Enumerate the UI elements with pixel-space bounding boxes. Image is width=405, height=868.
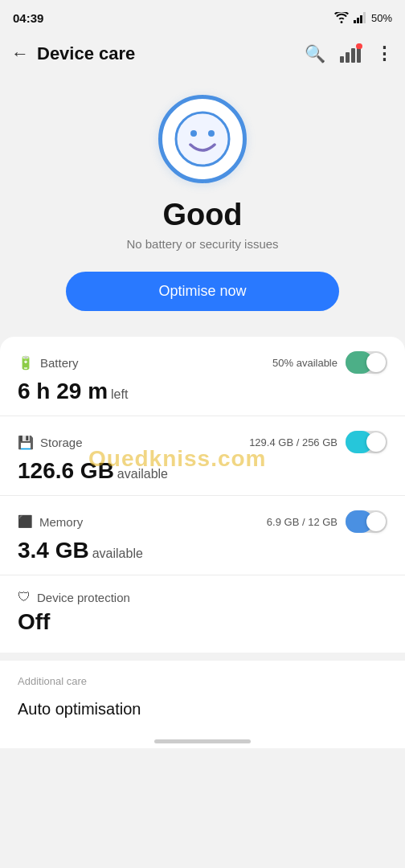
svg-rect-0 (354, 20, 356, 23)
battery-text: 50% (371, 12, 392, 24)
device-protection-card[interactable]: 🛡 Device protection Off (0, 575, 405, 646)
hero-subtitle-text: No battery or security issues (126, 237, 278, 251)
top-bar-actions: 🔍 ⋮ (305, 43, 394, 64)
battery-available-text: 50% available (272, 357, 338, 369)
battery-label: Battery (40, 356, 79, 370)
svg-rect-1 (357, 18, 359, 23)
svg-point-6 (208, 130, 215, 137)
stats-button[interactable] (340, 45, 361, 63)
status-bar: 04:39 50% (0, 0, 405, 32)
battery-value: 6 h 29 m (18, 379, 108, 404)
back-button[interactable]: ← (11, 43, 29, 64)
battery-card[interactable]: 🔋 Battery 50% available 6 h 29 m left (0, 337, 405, 416)
search-icon: 🔍 (305, 44, 325, 63)
more-menu-button[interactable]: ⋮ (375, 43, 394, 64)
battery-toggle[interactable] (346, 351, 387, 374)
svg-point-4 (176, 113, 229, 166)
memory-unit: available (92, 547, 143, 561)
memory-label: Memory (39, 515, 83, 529)
protection-icon: 🛡 (18, 590, 31, 604)
top-bar: ← Device care 🔍 ⋮ (0, 32, 405, 79)
storage-card[interactable]: 💾 Storage 129.4 GB / 256 GB 126.6 GB ava… (0, 416, 405, 496)
status-face (158, 95, 247, 183)
additional-care-section: Additional care Auto optimisation (0, 661, 405, 731)
hero-section: Good No battery or security issues Optim… (0, 79, 405, 335)
signal-icon (354, 12, 366, 23)
cards-container: 🔋 Battery 50% available 6 h 29 m left (0, 337, 405, 653)
hero-status-text: Good (162, 198, 242, 232)
storage-available-text: 129.4 GB / 256 GB (249, 436, 338, 448)
memory-toggle[interactable] (346, 510, 387, 533)
svg-rect-2 (360, 15, 362, 23)
memory-value: 3.4 GB (18, 538, 89, 563)
battery-unit: left (111, 387, 128, 402)
battery-right: 50% available (272, 351, 387, 374)
status-time: 04:39 (13, 11, 43, 25)
storage-icon: 💾 (18, 435, 34, 450)
storage-unit: available (117, 467, 168, 481)
memory-icon: ⬛ (18, 514, 33, 529)
wifi-icon (334, 12, 349, 23)
memory-available-text: 6.9 GB / 12 GB (267, 516, 338, 528)
search-button[interactable]: 🔍 (305, 44, 325, 63)
memory-card[interactable]: ⬛ Memory 6.9 GB / 12 GB 3.4 GB available (0, 496, 405, 575)
svg-point-5 (190, 130, 197, 137)
storage-right: 129.4 GB / 256 GB (249, 431, 387, 453)
storage-toggle[interactable] (346, 431, 387, 453)
auto-optimisation-item[interactable]: Auto optimisation (18, 694, 387, 725)
protection-label: Device protection (37, 591, 130, 604)
page-title: Device care (37, 43, 305, 64)
smiley-icon (174, 111, 231, 167)
storage-label: Storage (40, 436, 83, 449)
battery-icon: 🔋 (18, 355, 34, 371)
protection-value: Off (18, 609, 50, 635)
memory-right: 6.9 GB / 12 GB (267, 510, 387, 533)
bottom-handle (0, 731, 405, 748)
bar-chart-icon (340, 45, 361, 63)
additional-care-label: Additional care (18, 675, 387, 687)
handle-bar (154, 739, 251, 743)
optimise-button[interactable]: Optimise now (66, 272, 339, 311)
storage-value: 126.6 GB (18, 458, 114, 484)
svg-rect-3 (363, 12, 366, 23)
status-icons: 50% (334, 12, 392, 24)
